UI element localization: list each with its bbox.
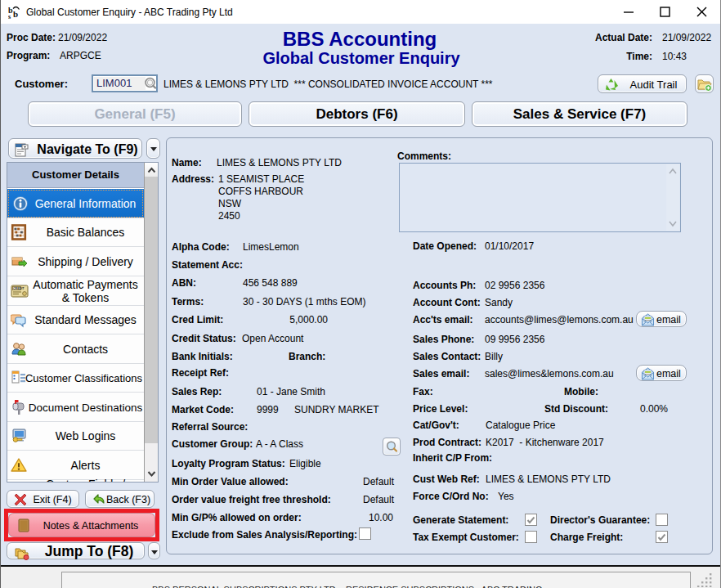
svg-text:s: s	[8, 13, 11, 19]
svg-text:b: b	[13, 9, 18, 19]
svg-text:CREDIT: CREDIT	[13, 287, 25, 290]
